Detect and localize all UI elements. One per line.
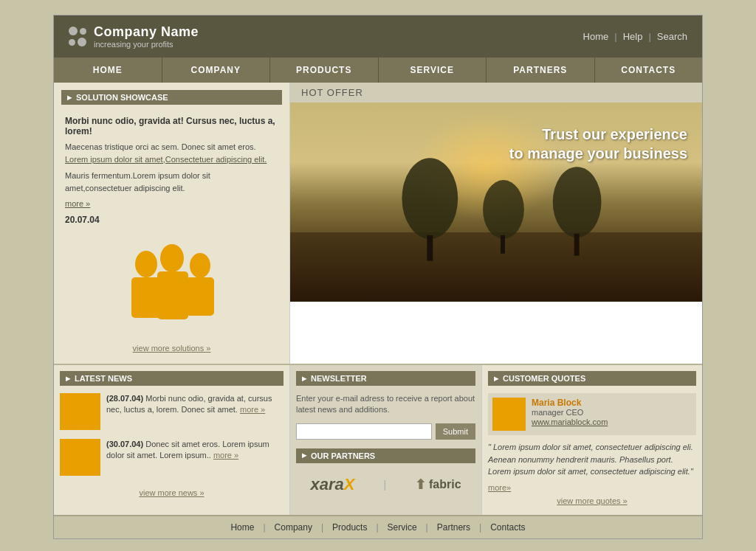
footer-contacts-link[interactable]: Contacts — [490, 522, 525, 533]
svg-point-2 — [160, 244, 184, 272]
svg-point-0 — [135, 251, 157, 277]
solution-heading: Morbi nunc odio, gravida at! Cursus nec,… — [65, 116, 278, 136]
nav-divider-2: | — [648, 31, 650, 42]
content-area: SOLUTION SHOWCASE Morbi nunc odio, gravi… — [54, 83, 702, 364]
nav-products[interactable]: PRODUCTS — [270, 58, 379, 83]
bottom-section: LATEST NEWS (28.07.04) Morbi nunc odio, … — [54, 364, 702, 515]
bubble-4 — [78, 38, 86, 46]
fabric-logo: ⬆ fabric — [415, 477, 461, 493]
quote-role: manager CEO — [532, 408, 692, 417]
landscape-bg: Trust our experience to manage your busi… — [290, 103, 702, 302]
email-input-area: Submit — [296, 423, 475, 440]
right-column: HOT OFFER — [290, 83, 702, 364]
our-partners-title: OUR PARTNERS — [296, 448, 475, 463]
news-date-1: (28.07.04) — [106, 394, 143, 403]
quote-more-link[interactable]: more» — [488, 483, 511, 492]
xara-logo: xaraX — [310, 475, 354, 494]
quote-website[interactable]: www.mariablock.com — [532, 417, 608, 426]
footer-home-link[interactable]: Home — [230, 522, 254, 533]
people-silhouette-icon — [106, 242, 238, 330]
footer-div-4: | — [426, 522, 428, 533]
svg-rect-1 — [131, 277, 161, 318]
news-item-1: (28.07.04) Morbi nunc odio, gravida at, … — [60, 393, 284, 430]
nav-contacts[interactable]: CONTACTS — [595, 58, 703, 83]
news-thumb-2 — [60, 439, 100, 476]
company-name: Company Name — [94, 24, 199, 40]
bubble-2 — [80, 28, 86, 35]
solution-body2: Mauris fermentum.Lorem ipsum dolor sit a… — [65, 170, 278, 194]
quote-info: Maria Block manager CEO www.mariablock.c… — [532, 398, 692, 431]
solution-image — [61, 242, 282, 333]
nav-partners[interactable]: PARTNERS — [487, 58, 595, 83]
submit-button[interactable]: Submit — [436, 423, 475, 440]
view-more-quotes-link[interactable]: view more quotes » — [488, 493, 696, 509]
solution-text: Morbi nunc odio, gravida at! Cursus nec,… — [61, 112, 282, 235]
left-column: SOLUTION SHOWCASE Morbi nunc odio, gravi… — [54, 83, 290, 364]
hot-offer-image: Trust our experience to manage your busi… — [290, 103, 702, 302]
header-home-link[interactable]: Home — [583, 31, 609, 42]
nav-home[interactable]: HOME — [54, 58, 162, 83]
footer-div-3: | — [376, 522, 378, 533]
view-more-news-link[interactable]: view more news » — [60, 485, 284, 501]
svg-rect-3 — [157, 271, 188, 319]
footer-div-5: | — [479, 522, 481, 533]
hot-offer-tagline: Trust our experience to manage your busi… — [509, 125, 687, 163]
solution-showcase-title: SOLUTION SHOWCASE — [61, 90, 282, 105]
solution-link[interactable]: Lorem ipsum dolor sit amet,Consectetuer … — [65, 155, 267, 164]
site-footer: Home | Company | Products | Service | Pa… — [54, 515, 702, 538]
svg-point-6 — [402, 158, 458, 239]
latest-news-title: LATEST NEWS — [60, 371, 284, 386]
hot-offer-section: HOT OFFER — [290, 83, 702, 311]
hot-offer-line1: Trust our experience to manage your busi… — [509, 125, 687, 163]
fabric-text: fabric — [429, 478, 461, 491]
hot-offer-title: HOT OFFER — [290, 83, 702, 103]
footer-service-link[interactable]: Service — [388, 522, 417, 533]
newsletter-description: Enter your e-mail adress to receive a re… — [296, 393, 475, 416]
bubble-3 — [69, 39, 75, 46]
svg-point-10 — [553, 167, 602, 238]
site-header: Company Name increasing your profits Hom… — [54, 15, 702, 58]
news-more-2[interactable]: more » — [213, 451, 238, 460]
solution-more-link[interactable]: more » — [65, 199, 90, 208]
email-input[interactable] — [296, 423, 432, 440]
main-nav: HOME COMPANY PRODUCTS SERVICE PARTNERS C… — [54, 58, 702, 83]
header-help-link[interactable]: Help — [623, 31, 643, 42]
latest-news-section: LATEST NEWS (28.07.04) Morbi nunc odio, … — [54, 365, 290, 515]
footer-products-link[interactable]: Products — [332, 522, 367, 533]
svg-rect-9 — [501, 235, 505, 254]
quote-text: " Lorem ipsum dolor sit amet, consectetu… — [488, 441, 696, 478]
logo-icon — [69, 27, 86, 46]
svg-rect-11 — [574, 234, 580, 256]
footer-company-link[interactable]: Company — [275, 522, 312, 533]
logo-text: Company Name increasing your profits — [94, 24, 199, 49]
news-more-1[interactable]: more » — [240, 405, 265, 414]
news-date-2: (30.07.04) — [106, 440, 143, 448]
quote-avatar — [492, 398, 526, 431]
svg-point-8 — [483, 180, 524, 239]
customer-quotes-section: CUSTOMER QUOTES Maria Block manager CEO … — [482, 365, 702, 515]
news-text-1: (28.07.04) Morbi nunc odio, gravida at, … — [106, 393, 284, 430]
svg-rect-5 — [186, 277, 214, 316]
nav-company[interactable]: COMPANY — [162, 58, 271, 83]
header-nav: Home | Help | Search — [583, 31, 687, 42]
footer-partners-link[interactable]: Partners — [437, 522, 470, 533]
footer-div-1: | — [263, 522, 265, 533]
company-tagline: increasing your profits — [94, 40, 199, 49]
view-more-solutions-link[interactable]: view more solutions » — [61, 340, 282, 356]
fabric-icon: ⬆ — [415, 477, 426, 493]
newsletter-section: NEWSLETTER Enter your e-mail adress to r… — [290, 365, 482, 515]
newsletter-title: NEWSLETTER — [296, 371, 475, 386]
footer-div-2: | — [321, 522, 323, 533]
bubble-1 — [69, 27, 78, 35]
partners-logos: xaraX | ⬆ fabric — [296, 469, 475, 500]
svg-rect-7 — [427, 235, 433, 261]
partners-divider: | — [383, 479, 386, 491]
solution-body: Maecenas tristique orci ac sem. Donec si… — [65, 141, 278, 165]
solution-date: 20.07.04 — [65, 215, 278, 225]
header-search-link[interactable]: Search — [657, 31, 687, 42]
nav-service[interactable]: SERVICE — [379, 58, 487, 83]
quote-name: Maria Block — [532, 398, 692, 408]
solution-showcase: SOLUTION SHOWCASE Morbi nunc odio, gravi… — [54, 83, 289, 364]
quote-box: Maria Block manager CEO www.mariablock.c… — [488, 393, 696, 435]
news-thumb-1 — [60, 393, 100, 430]
